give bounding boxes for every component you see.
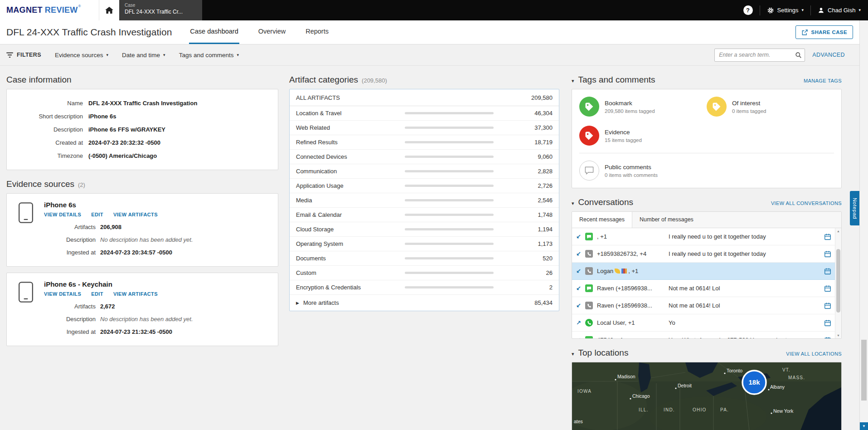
category-row[interactable]: Operating System 1,173 [290,237,559,251]
category-row[interactable]: Refined Results 18,719 [290,135,559,150]
calendar-icon[interactable] [822,302,833,309]
tab-recent-messages[interactable]: Recent messages [572,212,632,228]
conversation-row[interactable]: ↙ 47543, +1 Your WhatsApp code: 677-598 … [572,332,835,338]
help-button[interactable]: ? [743,5,753,15]
view-all-locations-link[interactable]: VIEW ALL LOCATIONS [786,351,842,357]
calendar-icon[interactable] [822,268,833,275]
section-count: (2) [78,181,85,188]
map-label: New York [773,408,794,414]
calendar-icon[interactable] [822,233,833,240]
tags-and-comments-heading: ▾ Tags and comments MANAGE TAGS [572,75,842,85]
phone-app-icon [585,302,593,309]
calendar-icon[interactable] [822,337,833,339]
manage-tags-link[interactable]: MANAGE TAGS [804,78,842,83]
category-row[interactable]: Connected Devices 9,060 [290,150,559,164]
conversation-row[interactable]: ↙ , +1 I really need u to get it togethe… [572,228,835,245]
map-cluster-marker[interactable]: 18k [742,371,766,394]
category-row[interactable]: Encryption & Credentials 2 [290,280,559,295]
category-row[interactable]: Custom 26 [290,266,559,280]
view-details-link[interactable]: VIEW DETAILS [44,212,81,217]
user-menu[interactable]: Chad Gish ▾ [818,7,861,14]
home-button[interactable] [99,0,119,20]
category-row[interactable]: Communication 2,828 [290,164,559,179]
chevron-down-icon: ▾ [107,53,109,57]
edit-link[interactable]: EDIT [91,291,103,297]
category-row[interactable]: Email & Calendar 1,748 [290,208,559,222]
view-artifacts-link[interactable]: VIEW ARTIFACTS [113,212,158,217]
topbar-right: ? Settings ▾ Chad Gish ▾ [743,0,868,20]
section-title: Conversations [578,197,633,207]
view-details-link[interactable]: VIEW DETAILS [44,291,81,297]
tag-name: Public comments [605,164,658,171]
category-row[interactable]: Media 2,546 [290,193,559,208]
conversation-row[interactable]: ↙ Raven (+18596938... Not me at 0614! Lo… [572,280,835,297]
topbar-divider [810,5,811,15]
field-value: 2,672 [100,300,115,313]
category-row[interactable]: Web Related 37,300 [290,121,559,135]
category-label: Location & Travel [296,110,405,117]
section-title: Tags and comments [578,75,655,85]
locations-map[interactable]: IOWA Madison Chicago ILL. IND. Detroit O… [572,362,842,430]
conversation-row[interactable]: ↙ +18593826732, +4 I really need u to ge… [572,245,835,263]
open-case-tab[interactable]: Case DFL 24-XXX Traffic Cr... [119,0,202,20]
category-label: Application Usage [296,182,405,189]
map-label: ates [574,419,583,424]
advanced-search-link[interactable]: ADVANCED [812,52,845,58]
notepad-tab[interactable]: Notepad [850,191,859,225]
incoming-arrow-icon: ↙ [576,285,585,292]
map-label: MASS. [788,375,805,380]
search-icon[interactable] [795,52,802,59]
scrollbar-thumb[interactable] [836,249,840,313]
conversation-row-selected[interactable]: ↙ Logan , +1 [572,263,835,280]
conversation-name: Raven (+18596938... [597,302,669,309]
tab-reports[interactable]: Reports [305,20,330,44]
category-bar [405,257,494,259]
collapse-caret-icon[interactable]: ▾ [572,351,574,357]
category-row[interactable]: Application Usage 2,726 [290,179,559,193]
category-row[interactable]: Location & Travel 46,304 [290,106,559,121]
view-all-conversations-link[interactable]: VIEW ALL CONVERSATIONS [771,200,842,206]
chevron-down-icon: ▾ [163,53,165,57]
field-value: DFL 24-XXX Traffic Crash Investigation [88,97,197,110]
more-artifacts-row[interactable]: ▶ More artifacts 85,434 [290,295,559,311]
share-case-button[interactable]: SHARE CASE [795,25,853,39]
tag-of-interest[interactable]: Of interest 0 items tagged [707,97,834,117]
category-label: Communication [296,168,405,175]
filters-button[interactable]: FILTERS [6,52,41,58]
category-row[interactable]: Cloud Storage 1,194 [290,222,559,237]
public-comments-item[interactable]: Public comments 0 items with comments [579,161,834,181]
field-row: Artifacts 206,908 [44,221,271,234]
conversation-name: Logan , +1 [597,268,669,274]
calendar-icon[interactable] [822,319,833,327]
svg-text:18k: 18k [748,378,760,386]
all-artifacts-row[interactable]: ALL ARTIFACTS 209,580 [290,89,559,106]
tab-overview[interactable]: Overview [257,20,286,44]
date-and-time-filter-dropdown[interactable]: Date and time ▾ [122,52,165,59]
tag-bookmark[interactable]: Bookmark 209,580 items tagged [579,97,707,117]
tab-case-dashboard[interactable]: Case dashboard [189,20,239,44]
window-scrollbar-thumb[interactable] [861,340,867,401]
tag-evidence[interactable]: Evidence 15 items tagged [579,126,707,146]
category-row[interactable]: Documents 520 [290,251,559,266]
calendar-icon[interactable] [822,285,833,292]
conversation-row[interactable]: ↙ Raven (+18596938... Not me at 0614! Lo… [572,297,835,314]
window-scrollbar[interactable]: ▼ [859,20,868,430]
settings-menu[interactable]: Settings ▾ [767,7,804,14]
scroll-up-icon[interactable]: ▲ [835,230,841,233]
tags-and-comments-filter-dropdown[interactable]: Tags and comments ▾ [179,52,239,59]
collapse-caret-icon[interactable]: ▾ [572,200,574,206]
collapse-caret-icon[interactable]: ▾ [572,78,574,84]
logo-review: REVIEW [45,5,78,15]
search-input[interactable] [714,49,805,62]
calendar-icon[interactable] [822,250,833,258]
view-artifacts-link[interactable]: VIEW ARTIFACTS [113,291,158,297]
tab-number-of-messages[interactable]: Number of messages [632,212,701,228]
contact-suffix: , +1 [628,268,638,274]
topbar: MAGNET REVIEW ® Case DFL 24-XXX Traffic … [0,0,868,20]
evidence-sources-filter-dropdown[interactable]: Evidence sources ▾ [55,52,108,59]
scroll-down-button[interactable]: ▼ [860,422,868,430]
conversation-row[interactable]: ↗ Local User, +1 Yo [572,314,835,332]
scroll-down-icon[interactable]: ▼ [835,334,841,337]
conversations-scrollbar[interactable]: ▲ ▼ [835,228,841,338]
edit-link[interactable]: EDIT [91,212,103,217]
